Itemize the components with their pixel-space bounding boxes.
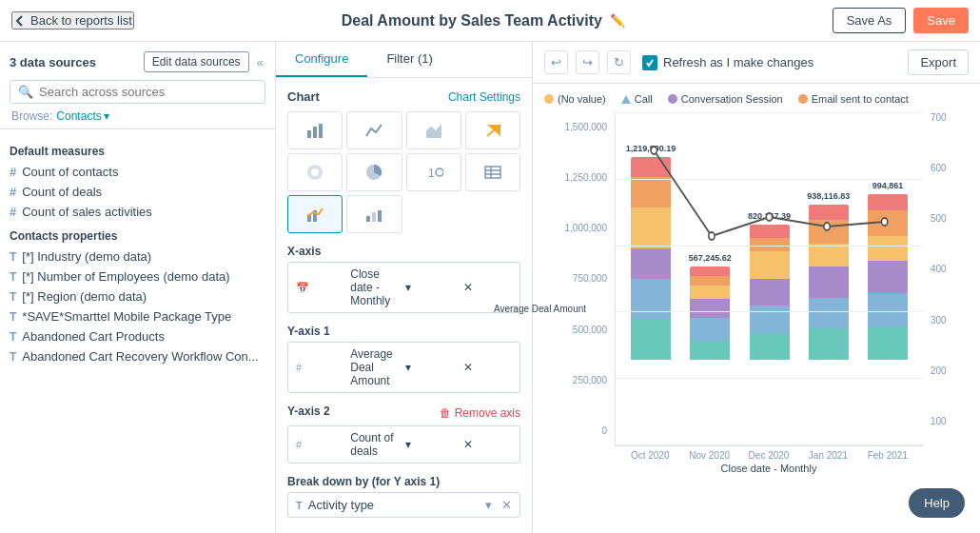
breakdown-select[interactable]: T Activity type ▾ ✕ [287,492,520,518]
legend-conversation: Conversation Session [668,93,783,105]
stacked-bar-nov [690,266,730,360]
clear-breakdown-icon[interactable]: ✕ [501,498,512,512]
bar-label-feb: 994,861 [872,181,904,190]
sources-header: 3 data sources Edit data sources « [10,51,265,72]
yaxis2-select[interactable]: # Count of deals ▾ ✕ [287,425,520,464]
yaxis2-label: Y-axis 2 [287,405,330,418]
center-panel: Configure Filter (1) Chart Chart Setting… [276,42,533,533]
x-label-jan: Jan 2021 [802,450,853,461]
prop-industry[interactable]: T [*] Industry (demo data) [10,247,265,266]
svg-rect-10 [485,167,500,178]
chart-type-area[interactable] [406,111,461,149]
chart-type-line[interactable] [346,111,402,149]
refresh-checkbox[interactable] [642,55,657,70]
chart-wrapper: Average Deal Amount 1,500,000 1,250,000 … [544,112,969,474]
xaxis-label: X-axis [287,245,520,258]
svg-marker-3 [426,124,441,138]
yaxis1-label: Y-axis 1 [287,325,520,338]
chart-type-combo[interactable] [287,195,343,233]
edit-sources-button[interactable]: Edit data sources [144,51,249,72]
edit-title-icon[interactable]: ✏️ [610,13,625,28]
hash-icon: # [296,439,344,450]
svg-point-6 [311,168,319,176]
save-button[interactable]: Save [913,8,969,33]
chevron-down-icon: ▾ [405,281,454,294]
chevron-down-icon: ▾ [405,438,454,451]
clear-yaxis2-icon[interactable]: ✕ [463,438,512,451]
help-button[interactable]: Help [909,488,965,518]
sidebar-top: 3 data sources Edit data sources « 🔍 Bro… [0,42,275,129]
chart-inner: 1,219,990.19 [615,112,923,446]
chart-type-scatter[interactable] [465,111,520,149]
measure-count-contacts[interactable]: # Count of contacts [10,162,265,182]
redo-button[interactable]: ↪ [576,50,599,74]
stacked-bar-oct [631,157,671,360]
back-button[interactable]: Back to reports list [11,11,134,30]
prop-smarttel[interactable]: T *SAVE*Smarttel Mobile Package Type [10,306,265,326]
contacts-props-title: Contacts properties [10,229,265,243]
clear-xaxis-icon[interactable]: ✕ [463,281,512,294]
clear-yaxis1-icon[interactable]: ✕ [463,361,512,374]
breakdown-label: Break down by (for Y axis 1) [287,475,520,488]
chevron-down-icon: ▾ [485,498,492,512]
measure-count-sales[interactable]: # Count of sales activities [10,202,265,222]
svg-rect-16 [366,216,370,222]
browse-contacts-button[interactable]: Contacts ▾ [56,109,108,123]
yaxis2-section: Y-axis 2 🗑 Remove axis # Count of deals … [287,405,520,464]
chart-type-waterfall[interactable] [346,195,402,233]
back-label: Back to reports list [30,13,132,28]
legend-call: Call [621,93,653,105]
refresh-button[interactable]: ↻ [607,50,631,74]
save-as-button[interactable]: Save As [833,8,907,33]
prop-employees[interactable]: T [*] Number of Employees (demo data) [10,266,265,286]
y-axis-right: 700 600 500 400 300 200 100 [927,112,969,474]
export-button[interactable]: Export [908,49,969,75]
remove-axis-button[interactable]: 🗑 Remove axis [440,406,520,420]
chart-section-title: Chart [287,89,320,104]
chart-type-donut[interactable] [287,153,343,191]
hash-icon: # [296,362,344,373]
svg-rect-18 [378,210,382,222]
properties-list: T [*] Industry (demo data) T [*] Number … [10,247,265,366]
bar-feb2021: 994,861 [862,112,913,360]
chevron-down-icon: ▾ [405,361,454,374]
chart-toolbar: ↩ ↪ ↻ Refresh as I make changes Export [533,42,980,84]
y-axis-left: Average Deal Amount 1,500,000 1,250,000 … [544,112,611,474]
search-input[interactable] [39,85,257,99]
svg-rect-1 [313,127,317,138]
refresh-check: Refresh as I make changes [642,55,813,70]
x-label-dec: Dec 2020 [743,450,794,461]
y-left-title: Average Deal Amount [494,304,586,314]
svg-rect-17 [372,212,376,222]
chart-settings-link[interactable]: Chart Settings [448,90,520,104]
chart-type-bar[interactable] [287,111,343,149]
chart-type-number[interactable]: 1 [406,153,461,191]
collapse-sidebar-button[interactable]: « [255,53,265,71]
chart-area: ↩ ↪ ↻ Refresh as I make changes Export (… [533,42,980,533]
prop-cart-recovery[interactable]: T Abandoned Cart Recovery Workflow Con..… [10,346,265,366]
search-icon: 🔍 [18,85,33,99]
browse-row: Browse: Contacts ▾ [10,104,265,123]
tab-configure[interactable]: Configure [276,42,367,77]
bar-label-dec: 820,167.39 [748,211,791,221]
measure-count-deals[interactable]: # Count of deals [10,182,265,202]
svg-text:1: 1 [428,167,435,180]
prop-cart-products[interactable]: T Abandoned Cart Products [10,326,265,346]
search-box: 🔍 [10,80,265,104]
chart-type-table[interactable] [465,153,520,191]
yaxis1-select[interactable]: # Average Deal Amount ▾ ✕ [287,342,520,393]
xaxis-select[interactable]: 📅 Close date - Monthly ▾ ✕ [287,262,520,313]
x-label-feb: Feb 2021 [862,450,913,461]
tab-filter[interactable]: Filter (1) [367,42,451,77]
bar-jan2021: 938,116.83 [803,112,854,360]
stacked-bar-feb [868,194,908,360]
chart-types-grid: 1 [287,111,520,233]
chart-type-pie[interactable] [346,153,402,191]
prop-region[interactable]: T [*] Region (demo data) [10,286,265,306]
browse-label: Browse: [11,109,52,123]
undo-button[interactable]: ↩ [544,50,568,74]
refresh-label: Refresh as I make changes [663,55,813,69]
svg-point-9 [436,168,443,176]
main-layout: 3 data sources Edit data sources « 🔍 Bro… [0,42,980,533]
measures-list: # Count of contacts # Count of deals # C… [10,162,265,222]
